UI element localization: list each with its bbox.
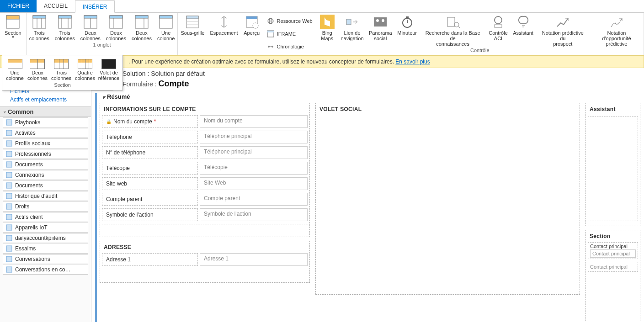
ribbon-group-label-onetab: 1 onglet: [93, 41, 111, 48]
spacer-button[interactable]: Espacement: [207, 13, 240, 36]
svg-rect-39: [374, 17, 387, 27]
kb-icon: [446, 15, 460, 29]
gallery-three-columns[interactable]: Troiscolonnes: [49, 57, 73, 81]
kb-search-button[interactable]: Recherche dans la Base deconnaissances: [420, 13, 486, 47]
form-label: Formulaire : Compte: [122, 77, 640, 93]
section-social-pane[interactable]: VOLET SOCIAL: [315, 103, 580, 295]
banner-learn-more-link[interactable]: En savoir plus: [395, 58, 430, 65]
common-item[interactable]: Profils sociaux: [3, 138, 88, 148]
svg-rect-17: [135, 16, 148, 18]
one-column-icon: [8, 59, 22, 69]
common-item[interactable]: Documents: [3, 159, 88, 170]
preview-button[interactable]: Aperçu: [241, 13, 263, 36]
common-item[interactable]: Conversations: [3, 254, 88, 264]
common-item[interactable]: Historique d'audit: [3, 191, 88, 201]
two-columns-tab-button-1[interactable]: Deuxcolonnes: [78, 13, 103, 41]
two-columns-icon: [83, 15, 98, 29]
three-columns-tab-button-1[interactable]: Troiscolonnes: [27, 13, 52, 41]
lightbulb-icon: [516, 15, 531, 29]
field-phone[interactable]: Téléphone Téléphone principal: [102, 131, 308, 143]
common-item-label: Conversations: [15, 256, 50, 262]
nav-link-button[interactable]: Lien denavigation: [338, 13, 367, 47]
section-dropdown-button[interactable]: Section ▼: [2, 13, 24, 40]
common-header[interactable]: ▿ Common: [0, 106, 91, 117]
gallery-four-columns[interactable]: Quatrecolonnes: [73, 57, 97, 81]
common-item[interactable]: Appareils IoT: [3, 223, 88, 233]
field-address-1[interactable]: Adresse 1 Adresse 1: [102, 253, 308, 266]
web-resource-button[interactable]: Ressource Web: [267, 16, 313, 26]
ribbon-stack-web: Ressource Web IFRAME Chronologie: [263, 13, 316, 55]
svg-point-40: [376, 19, 379, 22]
section-assistant[interactable]: Assistant: [585, 103, 640, 226]
left-panel: Résumé Détails Fichiers Actifs et emplac…: [0, 68, 91, 322]
field-contact-principal-2[interactable]: Contact principal: [588, 262, 638, 272]
two-columns-icon: [30, 59, 45, 69]
svg-point-48: [495, 16, 502, 24]
spacer-icon: [217, 15, 231, 29]
svg-rect-11: [84, 16, 97, 18]
four-columns-icon: [78, 59, 92, 69]
common-item[interactable]: Playbooks: [3, 117, 88, 127]
bing-maps-button[interactable]: BingMaps: [316, 13, 338, 47]
field-website[interactable]: Site web Site Web: [102, 177, 308, 190]
common-item[interactable]: Activités: [3, 128, 88, 138]
tab-summary-header[interactable]: Résumé: [100, 93, 640, 103]
common-item[interactable]: Conversations en co…: [3, 265, 88, 275]
gallery-one-column[interactable]: Unecolonne: [4, 57, 26, 81]
svg-rect-38: [346, 19, 351, 25]
three-columns-tab-button-2[interactable]: Troiscolonnes: [52, 13, 78, 41]
timeline-button[interactable]: Chronologie: [267, 42, 313, 51]
common-item-label: Professionnels: [15, 151, 51, 157]
reference-panel-icon: [101, 59, 116, 69]
common-item[interactable]: Professionnels: [3, 149, 88, 159]
section-contact[interactable]: Section Contact principal Contact princi…: [585, 230, 640, 322]
svg-rect-54: [6, 141, 12, 146]
common-item[interactable]: Droits: [3, 201, 88, 212]
svg-rect-27: [246, 16, 257, 19]
timer-button[interactable]: Minuteur: [394, 13, 419, 47]
field-parent-account[interactable]: Compte parent Compte parent: [102, 193, 308, 206]
tab-home[interactable]: ACCUEIL: [37, 0, 75, 12]
ribbon-group-tabs: Troiscolonnes Troiscolonnes Deuxcolonnes…: [27, 13, 178, 55]
chevron-down-icon: ▿: [4, 110, 6, 114]
entity-icon: [6, 203, 12, 210]
field-ticker[interactable]: Symbole de l'action Symbole de l'action: [102, 208, 308, 221]
common-item[interactable]: dailyaccountkpiitems: [3, 233, 88, 243]
field-input: Téléphone principal: [200, 146, 308, 159]
two-columns-tab-button-3[interactable]: Deuxcolonnes: [129, 13, 154, 41]
svg-rect-58: [6, 183, 12, 188]
tab-file[interactable]: FICHIER: [0, 0, 37, 12]
field-input: Contact principal: [590, 249, 636, 258]
common-item[interactable]: Documents: [3, 180, 88, 191]
canvas: Solution : Solution par défaut Formulair…: [91, 68, 644, 322]
field-input: Téléphone principal: [200, 131, 308, 143]
field-input: Nom du compte: [200, 115, 308, 128]
field-contact-principal[interactable]: Contact principal Contact principal: [588, 242, 638, 259]
social-panorama-button[interactable]: Panoramasocial: [366, 13, 394, 47]
section-account-info[interactable]: INFORMATIONS SUR LE COMPTE 🔒Nom du compt…: [100, 103, 310, 237]
one-column-tab-button[interactable]: Unecolonne: [154, 13, 178, 41]
field-account-name[interactable]: 🔒Nom du compte * Nom du compte: [102, 115, 308, 128]
subgrid-button[interactable]: Sous-grille: [178, 13, 207, 36]
tab-insert[interactable]: INSÉRER: [75, 0, 115, 13]
assistant-button[interactable]: Assistant: [511, 13, 536, 47]
predictive-opp-button[interactable]: Notation d'opportunitéprédictive: [590, 13, 644, 47]
gallery-reference-panel[interactable]: Volet deréférence: [97, 57, 121, 81]
common-item[interactable]: Actifs client: [3, 212, 88, 222]
svg-rect-55: [6, 151, 12, 157]
field-fax[interactable]: Télécopie Télécopie: [102, 162, 308, 175]
common-item[interactable]: Essaims: [3, 244, 88, 254]
gallery-two-columns[interactable]: Deuxcolonnes: [26, 57, 49, 81]
section-title: Assistant: [586, 103, 640, 114]
nav-item-assets[interactable]: Actifs et emplacements: [0, 95, 91, 104]
common-item[interactable]: Connexions: [3, 170, 88, 180]
svg-rect-33: [267, 31, 274, 32]
field-phone-number[interactable]: N° de téléphone Téléphone principal: [102, 146, 308, 159]
aci-control-button[interactable]: ContrôleACI: [486, 13, 510, 47]
two-columns-tab-button-2[interactable]: Deuxcolonnes: [103, 13, 129, 41]
predictive-lead-button[interactable]: Notation prédictive duprospect: [536, 13, 590, 47]
svg-rect-20: [160, 16, 172, 18]
section-address[interactable]: ADRESSE Adresse 1 Adresse 1: [100, 241, 310, 283]
section-title: ADRESSE: [100, 241, 309, 252]
iframe-button[interactable]: IFRAME: [267, 29, 313, 38]
